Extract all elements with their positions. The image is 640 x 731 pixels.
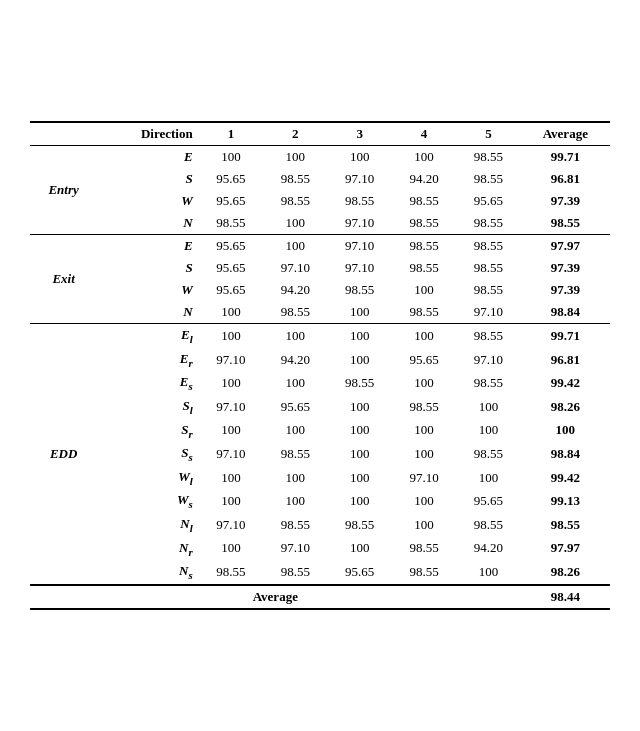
direction-cell: Nr: [99, 537, 199, 561]
value-cell: 100: [456, 560, 520, 585]
table-row: N10098.5510098.5597.1098.84: [30, 301, 610, 324]
value-cell: 97.10: [263, 257, 327, 279]
value-cell: 99.71: [521, 146, 610, 169]
direction-cell: Wl: [99, 466, 199, 490]
value-cell: 97.10: [263, 537, 327, 561]
data-table: Direction 1 2 3 4 5 Average EntryE100100…: [30, 121, 610, 610]
value-cell: 97.10: [199, 395, 263, 419]
value-cell: 97.10: [392, 466, 456, 490]
value-cell: 95.65: [199, 257, 263, 279]
value-cell: 98.55: [263, 168, 327, 190]
value-cell: 98.55: [456, 257, 520, 279]
table-row: N98.5510097.1098.5598.5598.55: [30, 212, 610, 235]
value-cell: 100: [199, 537, 263, 561]
table-row: W95.6598.5598.5598.5595.6597.39: [30, 190, 610, 212]
value-cell: 98.55: [521, 513, 610, 537]
value-cell: 95.65: [392, 348, 456, 372]
value-cell: 100: [263, 489, 327, 513]
value-cell: 100: [263, 324, 327, 348]
value-cell: 100: [327, 489, 391, 513]
value-cell: 98.55: [392, 301, 456, 324]
value-cell: 98.55: [327, 371, 391, 395]
value-cell: 98.55: [392, 257, 456, 279]
value-cell: 95.65: [199, 235, 263, 258]
table-row: Sl97.1095.6510098.5510098.26: [30, 395, 610, 419]
footer-value: 98.44: [521, 585, 610, 609]
value-cell: 97.10: [456, 348, 520, 372]
group-cell: Entry: [30, 146, 99, 235]
group-cell: EDD: [30, 324, 99, 585]
table-row: Nr10097.1010098.5594.2097.97: [30, 537, 610, 561]
col-1-header: 1: [199, 122, 263, 146]
value-cell: 98.55: [263, 190, 327, 212]
table-row: Er97.1094.2010095.6597.1096.81: [30, 348, 610, 372]
value-cell: 96.81: [521, 168, 610, 190]
value-cell: 97.39: [521, 190, 610, 212]
direction-cell: Ns: [99, 560, 199, 585]
value-cell: 98.55: [263, 513, 327, 537]
value-cell: 100: [199, 419, 263, 443]
value-cell: 97.10: [327, 235, 391, 258]
value-cell: 95.65: [199, 279, 263, 301]
value-cell: 97.10: [456, 301, 520, 324]
value-cell: 98.55: [456, 235, 520, 258]
value-cell: 98.55: [392, 212, 456, 235]
footer-row: Average98.44: [30, 585, 610, 609]
value-cell: 95.65: [199, 190, 263, 212]
value-cell: 99.42: [521, 466, 610, 490]
value-cell: 100: [327, 348, 391, 372]
table-wrapper: Direction 1 2 3 4 5 Average EntryE100100…: [30, 121, 610, 610]
value-cell: 100: [327, 301, 391, 324]
value-cell: 100: [263, 419, 327, 443]
value-cell: 99.71: [521, 324, 610, 348]
value-cell: 100: [392, 279, 456, 301]
value-cell: 99.42: [521, 371, 610, 395]
value-cell: 100: [199, 466, 263, 490]
group-cell: Exit: [30, 235, 99, 324]
value-cell: 100: [392, 419, 456, 443]
direction-cell: Ss: [99, 442, 199, 466]
value-cell: 95.65: [327, 560, 391, 585]
value-cell: 98.55: [327, 513, 391, 537]
col-5-header: 5: [456, 122, 520, 146]
value-cell: 100: [327, 324, 391, 348]
value-cell: 98.26: [521, 560, 610, 585]
value-cell: 97.10: [199, 442, 263, 466]
table-row: Nl97.1098.5598.5510098.5598.55: [30, 513, 610, 537]
direction-cell: S: [99, 168, 199, 190]
value-cell: 100: [327, 395, 391, 419]
value-cell: 100: [456, 395, 520, 419]
value-cell: 100: [263, 371, 327, 395]
value-cell: 98.55: [392, 537, 456, 561]
value-cell: 98.55: [199, 560, 263, 585]
direction-cell: S: [99, 257, 199, 279]
value-cell: 97.10: [327, 257, 391, 279]
value-cell: 100: [263, 212, 327, 235]
value-cell: 100: [327, 419, 391, 443]
value-cell: 98.55: [263, 442, 327, 466]
value-cell: 94.20: [392, 168, 456, 190]
table-row: EDDEl10010010010098.5599.71: [30, 324, 610, 348]
value-cell: 97.10: [327, 212, 391, 235]
direction-cell: Nl: [99, 513, 199, 537]
table-row: ExitE95.6510097.1098.5598.5597.97: [30, 235, 610, 258]
direction-cell: N: [99, 212, 199, 235]
direction-cell: E: [99, 235, 199, 258]
value-cell: 100: [327, 146, 391, 169]
value-cell: 100: [392, 371, 456, 395]
value-cell: 95.65: [263, 395, 327, 419]
direction-cell: Sl: [99, 395, 199, 419]
table-row: Ws10010010010095.6599.13: [30, 489, 610, 513]
direction-cell: Sr: [99, 419, 199, 443]
value-cell: 100: [199, 324, 263, 348]
value-cell: 94.20: [456, 537, 520, 561]
table-row: S95.6597.1097.1098.5598.5597.39: [30, 257, 610, 279]
value-cell: 98.55: [392, 235, 456, 258]
value-cell: 97.10: [327, 168, 391, 190]
col-4-header: 4: [392, 122, 456, 146]
table-row: Es10010098.5510098.5599.42: [30, 371, 610, 395]
value-cell: 98.55: [456, 442, 520, 466]
value-cell: 100: [263, 146, 327, 169]
value-cell: 98.55: [263, 560, 327, 585]
value-cell: 100: [263, 235, 327, 258]
